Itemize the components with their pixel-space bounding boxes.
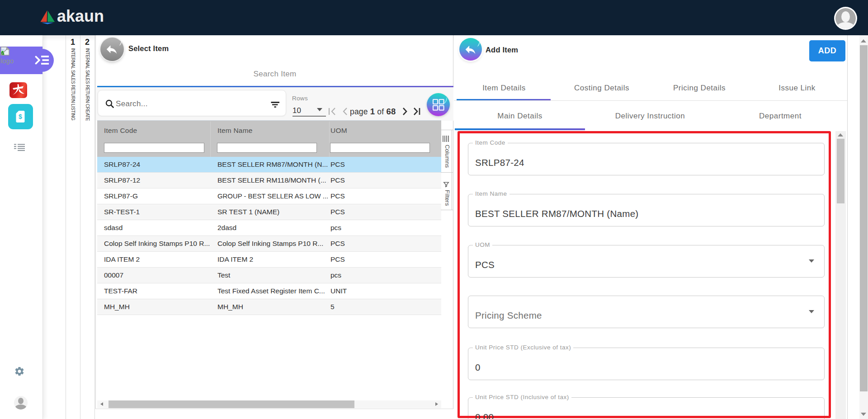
svg-text:$: $ <box>19 113 22 120</box>
